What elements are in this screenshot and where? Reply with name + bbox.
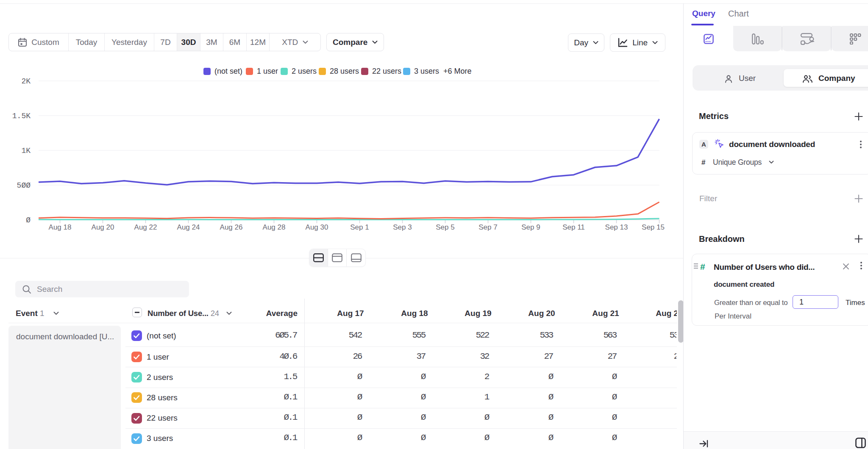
svg-text:Aug 20: Aug 20	[92, 223, 114, 231]
svg-text:Sep 15: Sep 15	[642, 223, 665, 231]
svg-text:1K: 1K	[21, 147, 31, 155]
svg-text:Sep 3: Sep 3	[393, 223, 412, 231]
svg-text:Aug 28: Aug 28	[263, 223, 286, 231]
svg-text:Aug 24: Aug 24	[177, 223, 200, 231]
svg-text:Aug 30: Aug 30	[306, 223, 328, 231]
svg-text:Aug 18: Aug 18	[49, 223, 72, 231]
svg-text:5ØØ: 5ØØ	[17, 181, 31, 190]
svg-text:Aug 26: Aug 26	[220, 223, 243, 231]
svg-text:Sep 11: Sep 11	[562, 223, 585, 231]
svg-text:Sep 9: Sep 9	[521, 223, 540, 231]
svg-text:1.5K: 1.5K	[12, 112, 31, 120]
svg-text:Sep 5: Sep 5	[436, 223, 454, 231]
svg-text:2K: 2K	[21, 77, 31, 86]
svg-text:Sep 13: Sep 13	[605, 223, 628, 231]
svg-text:Sep 7: Sep 7	[479, 223, 497, 231]
svg-text:Ø: Ø	[26, 216, 31, 224]
svg-text:Sep 1: Sep 1	[350, 223, 369, 231]
svg-text:Aug 22: Aug 22	[134, 223, 157, 231]
